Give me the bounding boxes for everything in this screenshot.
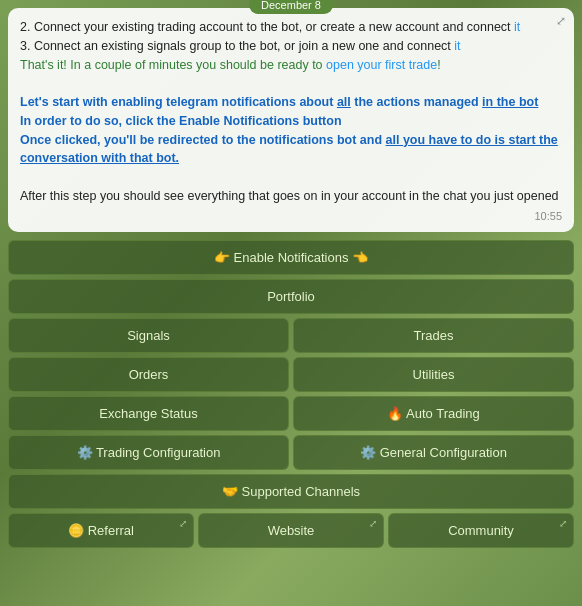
chat-line-6: Once clicked, you'll be redirected to th… xyxy=(20,133,558,166)
referral-label: Referral xyxy=(88,523,134,538)
chat-message-area: December 8 2. Connect your existing trad… xyxy=(8,8,574,232)
signals-trades-row: Signals Trades xyxy=(8,318,574,353)
trades-button[interactable]: Trades xyxy=(293,318,574,353)
buttons-area: 👉 Enable Notifications 👈 Portfolio Signa… xyxy=(0,236,582,607)
supported-channels-row: 🤝 Supported Channels xyxy=(8,474,574,509)
general-configuration-button[interactable]: ⚙️ General Configuration xyxy=(293,435,574,470)
referral-icon: 🪙 xyxy=(68,523,84,538)
auto-trading-button[interactable]: 🔥 Auto Trading xyxy=(293,396,574,431)
referral-expand-icon: ⤢ xyxy=(179,518,187,529)
exchange-status-button[interactable]: Exchange Status xyxy=(8,396,289,431)
website-button[interactable]: Website ⤢ xyxy=(198,513,384,548)
utilities-button[interactable]: Utilities xyxy=(293,357,574,392)
referral-website-community-row: 🪙 Referral ⤢ Website ⤢ Community ⤢ xyxy=(8,513,574,548)
portfolio-row: Portfolio xyxy=(8,279,574,314)
referral-button[interactable]: 🪙 Referral ⤢ xyxy=(8,513,194,548)
chat-line-2: 3. Connect an existing signals group to … xyxy=(20,39,461,53)
orders-button[interactable]: Orders xyxy=(8,357,289,392)
chat-line-5: In order to do so, click the Enable Noti… xyxy=(20,114,342,128)
community-button[interactable]: Community ⤢ xyxy=(388,513,574,548)
config-row: ⚙️ Trading Configuration ⚙️ General Conf… xyxy=(8,435,574,470)
link-it-2[interactable]: it xyxy=(454,39,460,53)
link-it-1[interactable]: it xyxy=(514,20,520,34)
expand-icon: ⤢ xyxy=(556,14,566,28)
orders-utilities-row: Orders Utilities xyxy=(8,357,574,392)
chat-line-1: 2. Connect your existing trading account… xyxy=(20,20,520,34)
supported-channels-button[interactable]: 🤝 Supported Channels xyxy=(8,474,574,509)
message-timestamp: 10:55 xyxy=(20,210,562,222)
enable-notifications-button[interactable]: 👉 Enable Notifications 👈 xyxy=(8,240,574,275)
portfolio-button[interactable]: Portfolio xyxy=(8,279,574,314)
main-container: December 8 2. Connect your existing trad… xyxy=(0,0,582,606)
website-label: Website xyxy=(268,523,315,538)
date-badge: December 8 xyxy=(249,0,333,14)
exchange-autotrading-row: Exchange Status 🔥 Auto Trading xyxy=(8,396,574,431)
trading-configuration-button[interactable]: ⚙️ Trading Configuration xyxy=(8,435,289,470)
community-expand-icon: ⤢ xyxy=(559,518,567,529)
chat-text: 2. Connect your existing trading account… xyxy=(20,18,562,206)
chat-line-7: After this step you should see everythin… xyxy=(20,189,559,203)
enable-notifications-row: 👉 Enable Notifications 👈 xyxy=(8,240,574,275)
chat-line-4: Let's start with enabling telegram notif… xyxy=(20,95,538,109)
signals-button[interactable]: Signals xyxy=(8,318,289,353)
community-label: Community xyxy=(448,523,514,538)
chat-line-3: That's it! In a couple of minutes you sh… xyxy=(20,58,441,72)
website-expand-icon: ⤢ xyxy=(369,518,377,529)
